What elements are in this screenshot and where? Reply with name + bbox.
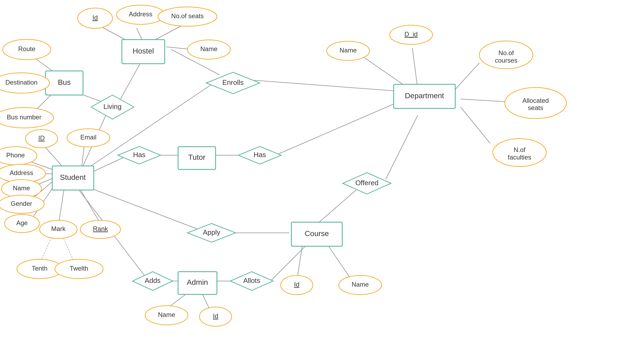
svg-line-11 [254, 80, 396, 91]
attr-hostel-name-label: Name [200, 45, 217, 52]
entity-tutor-label: Tutor [188, 153, 205, 161]
rel-living-label: Living [103, 103, 122, 111]
svg-line-8 [121, 60, 142, 99]
attr-student-address-label: Address [10, 169, 33, 176]
svg-line-43 [461, 99, 506, 102]
attr-student-rank-label: Rank [93, 225, 108, 232]
rel-has1-label: Has [133, 151, 145, 159]
svg-line-6 [155, 25, 182, 40]
attr-admin-id-label: Id [213, 312, 218, 320]
entity-department-label: Department [405, 92, 444, 100]
svg-line-38 [297, 244, 303, 278]
entity-hostel-label: Hostel [133, 47, 154, 55]
rel-adds-label: Adds [145, 276, 160, 285]
svg-line-27 [279, 102, 399, 154]
attr-hostel-id-label: Id [92, 14, 98, 21]
rel-has2-label: Has [254, 151, 266, 159]
entity-student-label: Student [60, 173, 86, 181]
svg-line-41 [412, 48, 418, 90]
attr-dept-seats-label2: seats [528, 104, 543, 111]
svg-line-5 [137, 28, 142, 40]
svg-line-31 [386, 115, 418, 179]
attr-course-name-label: Name [352, 281, 369, 288]
attr-student-twelth-label: Twelth [70, 265, 88, 272]
rel-allots-label: Allots [243, 276, 260, 285]
svg-line-20 [59, 187, 64, 223]
svg-line-44 [461, 107, 490, 143]
attr-dept-faculties-label2: faculties [508, 154, 531, 161]
attr-student-name-label: Name [13, 184, 30, 192]
svg-line-21 [79, 187, 100, 223]
attr-bus-route-label: Route [18, 45, 35, 52]
rel-enrolls-label: Enrolls [222, 78, 243, 86]
attr-dept-name-label: Name [340, 47, 357, 54]
attr-dept-did-label: D_id [404, 31, 417, 38]
attr-bus-number-label: Bus number [7, 113, 41, 121]
attr-student-email-label: Email [80, 134, 96, 141]
attr-hostel-address-label: Address [129, 10, 152, 18]
attr-dept-faculties-label1: N.of [514, 146, 525, 153]
attr-student-phone-label: Phone [6, 151, 25, 159]
attr-course-id-label: Id [294, 281, 299, 288]
attr-hostel-seats-label: No.of seats [171, 12, 204, 20]
attr-dept-courses-label: No.of [498, 49, 514, 56]
attr-student-id-label: ID [38, 134, 45, 142]
rel-apply-label: Apply [203, 228, 220, 236]
entity-course-label: Course [305, 229, 329, 238]
svg-line-39 [327, 244, 351, 279]
svg-line-35 [270, 244, 308, 281]
attr-student-age-label: Age [16, 219, 28, 226]
entity-bus-label: Bus [58, 78, 71, 86]
entity-admin-label: Admin [187, 278, 208, 286]
attr-student-tenth-label: Tenth [32, 265, 48, 272]
svg-line-42 [453, 63, 479, 92]
svg-line-30 [316, 190, 356, 225]
attr-dept-courses-label2: courses [495, 57, 517, 64]
attr-dept-seats-label1: Allocated [522, 97, 549, 104]
attr-student-mark-label: Mark [51, 225, 66, 232]
attr-bus-destination-label: Destination [5, 79, 37, 86]
attr-admin-name-label: Name [158, 311, 175, 318]
rel-offered-label: Offered [355, 179, 378, 187]
svg-line-13 [44, 146, 64, 169]
attr-student-gender-label: Gender [11, 200, 32, 207]
